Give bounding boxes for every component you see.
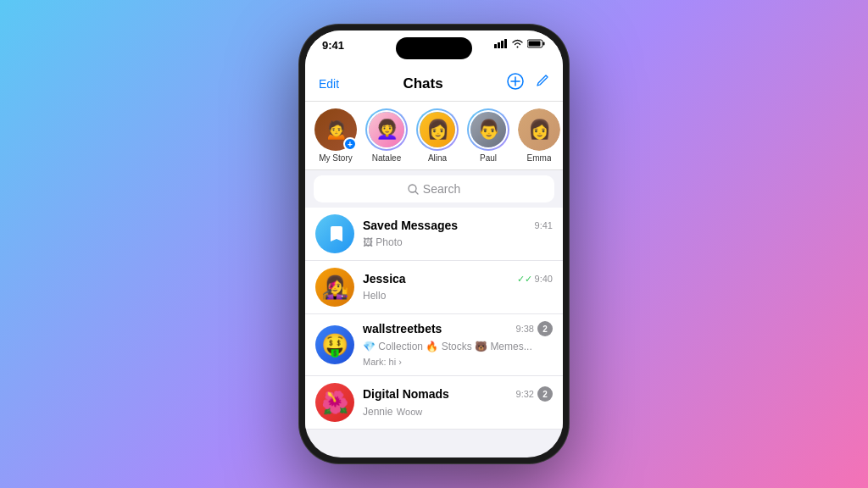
chat-preview-dn: Jennie <box>363 406 392 418</box>
chat-item-jessica[interactable]: 👩‍🎤 Jessica ✓✓ 9:40 Hello <box>305 261 563 314</box>
svg-rect-5 <box>543 42 545 46</box>
dn-avatar: 🌺 <box>315 383 354 422</box>
search-placeholder: Search <box>423 182 460 196</box>
chat-item-wallstreetbets[interactable]: 🤑 wallstreetbets 9:38 2 💎 Collection 🔥 S… <box>305 314 563 376</box>
story-item-alina[interactable]: 👩 Alina <box>415 108 459 163</box>
jessica-avatar: 👩‍🎤 <box>315 268 354 307</box>
chat-time-jessica: ✓✓ 9:40 <box>517 274 553 285</box>
chat-time-dn: 9:32 <box>516 389 534 399</box>
chat-preview-saved-messages: 🖼 Photo <box>363 236 403 248</box>
phone-frame: 9:41 <box>298 24 570 464</box>
wifi-icon <box>511 39 524 50</box>
status-bar: 9:41 <box>305 30 563 68</box>
story-item-emma[interactable]: 👩 Emma <box>517 108 561 163</box>
story-item-my-story[interactable]: 🙍 + My Story <box>314 108 358 163</box>
nav-action-icons <box>507 73 549 94</box>
chat-top-row-saved-messages: Saved Messages 9:41 <box>363 219 553 232</box>
chat-preview-jessica: Hello <box>363 290 386 302</box>
story-name-paul: Paul <box>480 153 497 163</box>
phone-screen: 9:41 <box>305 30 563 458</box>
chat-top-row-wsb: wallstreetbets 9:38 2 <box>363 321 553 336</box>
story-avatar-emma: 👩 <box>518 108 560 151</box>
chat-content-wallstreetbets: wallstreetbets 9:38 2 💎 Collection 🔥 Sto… <box>363 321 553 369</box>
search-input[interactable]: Search <box>314 175 554 202</box>
story-avatar-alina: 👩 <box>418 110 457 149</box>
chat-name-dn: Digital Nomads <box>363 387 449 401</box>
story-name-my-story: My Story <box>319 153 352 163</box>
story-avatar-natalee: 👩‍🦱 <box>367 110 406 149</box>
chat-content-saved-messages: Saved Messages 9:41 🖼 Photo <box>363 219 553 249</box>
story-item-natalee[interactable]: 👩‍🦱 Natalee <box>364 108 409 163</box>
battery-icon <box>527 39 546 50</box>
signal-icon <box>494 39 508 50</box>
story-ring-alina: 👩 <box>416 108 459 151</box>
svg-rect-2 <box>501 41 504 48</box>
chat-preview2-dn: Woow <box>397 407 422 417</box>
new-group-icon[interactable] <box>507 73 524 94</box>
nav-bar: Edit Chats <box>305 68 563 102</box>
double-check-jessica: ✓✓ <box>517 274 532 284</box>
chat-item-digital-nomads[interactable]: 🌺 Digital Nomads 9:32 2 Jennie Woow <box>305 376 563 430</box>
chat-preview-wsb: 💎 Collection 🔥 Stocks 🐻 Memes... <box>363 341 532 352</box>
story-name-emma: Emma <box>527 153 552 163</box>
my-story-avatar: 🙍 + <box>314 108 357 151</box>
story-ring-paul: 👨 <box>467 108 509 151</box>
svg-rect-6 <box>529 42 541 47</box>
chat-list: Saved Messages 9:41 🖼 Photo 👩‍🎤 Jessica … <box>305 208 563 430</box>
story-avatar-paul: 👨 <box>469 110 508 149</box>
search-bar: Search <box>305 170 563 208</box>
chat-time-wsb: 9:38 <box>516 324 534 334</box>
chat-content-dn: Digital Nomads 9:32 2 Jennie Woow <box>363 386 553 419</box>
saved-messages-avatar <box>315 214 354 253</box>
chat-meta-dn: 9:32 2 <box>516 386 553 402</box>
edit-button[interactable]: Edit <box>319 77 339 91</box>
svg-rect-3 <box>504 39 507 48</box>
chat-top-row-dn: Digital Nomads 9:32 2 <box>363 386 553 402</box>
badge-wsb: 2 <box>537 321 553 336</box>
story-name-natalee: Natalee <box>372 153 401 163</box>
chat-item-saved-messages[interactable]: Saved Messages 9:41 🖼 Photo <box>305 208 563 261</box>
chat-name-jessica: Jessica <box>363 272 406 286</box>
wsb-avatar: 🤑 <box>315 325 354 364</box>
chat-time-saved-messages: 9:41 <box>535 220 553 230</box>
svg-line-11 <box>415 191 418 194</box>
story-ring-natalee: 👩‍🦱 <box>365 108 408 151</box>
stories-row: 🙍 + My Story 👩‍🦱 Natalee 👩 <box>305 102 563 170</box>
svg-rect-1 <box>498 42 500 48</box>
page-title: Chats <box>403 75 442 92</box>
story-item-paul[interactable]: 👨 Paul <box>466 108 510 163</box>
compose-icon[interactable] <box>534 74 549 93</box>
chat-name-wsb: wallstreetbets <box>363 322 442 336</box>
chat-name-saved-messages: Saved Messages <box>363 219 458 232</box>
add-story-badge: + <box>343 137 357 151</box>
badge-dn: 2 <box>537 386 553 402</box>
chat-meta-wsb: 9:38 2 <box>516 321 553 336</box>
svg-rect-0 <box>494 44 497 48</box>
chat-top-row-jessica: Jessica ✓✓ 9:40 <box>363 272 553 286</box>
chat-content-jessica: Jessica ✓✓ 9:40 Hello <box>363 272 553 302</box>
story-name-alina: Alina <box>428 153 447 163</box>
dynamic-island <box>396 37 472 59</box>
chat-preview2-wsb: Mark: hi › <box>363 357 402 367</box>
